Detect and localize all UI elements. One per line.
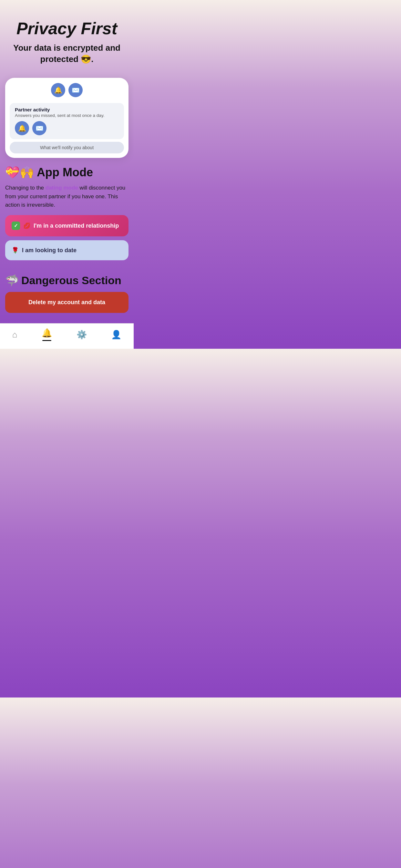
app-mode-section: 💝🙌 App Mode Changing to the dating mode … [5, 166, 128, 264]
header-section: Privacy First Your data is encrypted and… [0, 0, 134, 71]
desc-before: Changing to the [5, 185, 45, 191]
profile-nav-icon: 👤 [111, 330, 121, 340]
email-icon-top[interactable]: ✉️ [68, 83, 83, 97]
dating-btn-emoji: 🌹 [11, 247, 19, 254]
notification-card: 🔔 ✉️ Partner activity Answers you missed… [5, 78, 128, 158]
desc-highlight: dating mode [45, 185, 78, 191]
nav-item-home[interactable]: ⌂ [12, 330, 18, 340]
email-icon-partner[interactable]: ✉️ [32, 121, 47, 135]
bell-icon-top[interactable]: 🔔 [51, 83, 65, 97]
app-mode-title: 💝🙌 App Mode [5, 166, 128, 179]
notify-label: What we'll notify you about [10, 142, 124, 153]
checkmark-icon: ✓ [11, 221, 20, 230]
partner-activity-row: Partner activity Answers you missed, sen… [10, 103, 124, 139]
app-mode-emoji: 💝🙌 [5, 166, 34, 179]
dangerous-emoji: 🦈 [5, 274, 19, 287]
home-icon: ⌂ [12, 330, 18, 340]
app-mode-desc: Changing to the dating mode will disconn… [5, 184, 128, 209]
relationship-btn-label: I'm in a committed relationship [34, 222, 119, 229]
top-icon-row: 🔔 ✉️ [5, 78, 128, 98]
nav-item-profile[interactable]: 👤 [111, 330, 121, 340]
nav-item-settings[interactable]: ⚙️ [76, 330, 87, 340]
app-mode-title-text: App Mode [37, 166, 93, 179]
dating-btn-label: I am looking to date [22, 247, 76, 254]
relationship-btn-emoji: 💋 [23, 222, 30, 229]
partner-activity-title: Partner activity [15, 107, 119, 113]
dangerous-title-text: Dangerous Section [21, 274, 121, 287]
dangerous-title: 🦈 Dangerous Section [5, 274, 128, 287]
nav-active-indicator [42, 340, 51, 341]
committed-relationship-button[interactable]: ✓ 💋 I'm in a committed relationship [5, 215, 128, 237]
nav-item-notifications[interactable]: 🔔 [42, 328, 52, 341]
gear-nav-icon: ⚙️ [76, 330, 87, 340]
dating-button[interactable]: 🌹 I am looking to date [5, 240, 128, 260]
bell-icon-partner[interactable]: 🔔 [15, 121, 29, 135]
page-title: Privacy First [10, 20, 124, 38]
bell-nav-icon: 🔔 [42, 328, 52, 338]
dangerous-section: 🦈 Dangerous Section Delete my account an… [5, 274, 128, 313]
page-subtitle: Your data is encrypted and protected 😎. [10, 42, 124, 65]
partner-activity-icons: 🔔 ✉️ [15, 121, 119, 135]
partner-activity-desc: Answers you missed, sent at most once a … [15, 113, 119, 118]
delete-account-button[interactable]: Delete my account and data [5, 292, 128, 313]
bottom-nav: ⌂ 🔔 ⚙️ 👤 [0, 323, 134, 349]
